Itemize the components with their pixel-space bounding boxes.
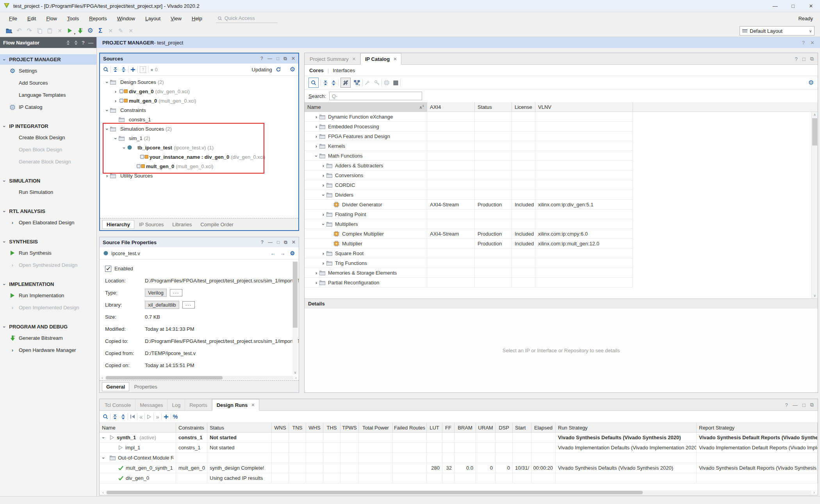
menu-file[interactable]: File (4, 14, 22, 23)
refresh-icon[interactable] (276, 67, 281, 72)
menu-tools[interactable]: Tools (62, 14, 84, 23)
chevron-right-icon[interactable]: › (323, 172, 324, 178)
float-panel-icon[interactable]: ⧉ (284, 240, 287, 245)
ip-catalog-row[interactable]: › Dividers (305, 190, 633, 200)
column-header-lut[interactable]: LUT (427, 423, 442, 432)
chevron-down-icon[interactable]: › (314, 155, 319, 157)
group-by-hierarchy-icon[interactable] (354, 80, 360, 86)
chevron-right-icon[interactable]: › (316, 280, 317, 286)
column-header-vlnv[interactable]: VLNV (535, 102, 633, 112)
close-icon[interactable]: ✕ (810, 40, 815, 46)
sidebar-section-header-program-and-debug[interactable]: ›PROGRAM AND DEBUG (0, 321, 96, 332)
float-panel-icon[interactable]: ⧉ (810, 402, 814, 408)
tree-row[interactable]: › div_gen_0 (div_gen_0.xci) (100, 87, 298, 96)
scroll-down-icon[interactable]: ∨ (292, 371, 298, 374)
chevron-right-icon[interactable]: › (115, 98, 116, 104)
maximize-panel-icon[interactable]: □ (277, 240, 280, 245)
column-header-ff[interactable]: FF (442, 423, 455, 432)
tree-row[interactable]: mult_gen_0 (mult_gen_0.xci) (100, 161, 298, 171)
sidebar-item-run-simulation[interactable]: Run Simulation (0, 186, 96, 198)
design-run-row[interactable]: impl_1constrs_1Not startedVivado Impleme… (100, 443, 818, 453)
column-header-uram[interactable]: URAM (476, 423, 496, 432)
column-header-elapsed[interactable]: Elapsed (531, 423, 556, 432)
tree-row[interactable]: › mult_gen_0 (mult_gen_0.xci) (100, 96, 298, 105)
layout-selector[interactable]: Default Layout ∨ (740, 26, 815, 35)
go-to-start-icon[interactable] (130, 414, 135, 419)
minimize-panel-icon[interactable]: — (793, 402, 798, 408)
collapse-all-icon[interactable] (323, 80, 328, 85)
column-header-report-strategy[interactable]: Report Strategy (697, 423, 818, 432)
sidebar-item-add-sources[interactable]: Add Sources (0, 77, 96, 89)
column-header-name[interactable]: Name∧1 (305, 102, 427, 112)
column-header-status[interactable]: Status (207, 423, 272, 432)
sidebar-section-header-ip-integrator[interactable]: ›IP INTEGRATOR (0, 121, 96, 131)
expand-all-icon[interactable] (331, 80, 336, 85)
open-project-button[interactable] (4, 26, 14, 35)
tab-libraries[interactable]: Libraries (168, 220, 196, 229)
settings-gear-icon[interactable]: ⚙ (808, 80, 814, 86)
help-icon[interactable]: ? (795, 56, 798, 62)
chevron-right-icon[interactable]: › (316, 133, 317, 139)
design-run-row[interactable]: mult_gen_0_synth_1mult_gen_0synth_design… (100, 463, 818, 473)
close-window-icon[interactable]: ✕ (802, 0, 820, 12)
minimize-panel-icon[interactable]: — (88, 40, 93, 46)
add-run-icon[interactable] (164, 414, 169, 419)
column-header-run-strategy[interactable]: Run Strategy (556, 423, 697, 432)
column-header-constraints[interactable]: Constraints (176, 423, 207, 432)
chevron-down-icon[interactable]: › (121, 147, 127, 149)
menu-flow[interactable]: Flow (41, 14, 62, 23)
ip-catalog-row[interactable]: › Dynamic Function eXchange (305, 112, 633, 122)
column-header-ths[interactable]: THS (323, 423, 340, 432)
sidebar-item-generate-bitstream[interactable]: Generate Bitstream (0, 332, 96, 344)
chevron-right-icon[interactable]: › (323, 260, 324, 266)
chevron-right-icon[interactable]: › (106, 173, 108, 179)
vertical-scrollbar[interactable]: ∨ (292, 261, 298, 374)
tab-ip-catalog[interactable]: IP Catalog✕ (360, 53, 402, 65)
chevron-right-icon[interactable]: › (316, 114, 317, 120)
column-header-dsp[interactable]: DSP (496, 423, 513, 432)
collapse-all-icon[interactable] (112, 414, 118, 419)
subtab-cores[interactable]: Cores (309, 67, 324, 73)
tree-row[interactable]: › Utility Sources (100, 171, 298, 180)
scroll-right-icon[interactable]: › (811, 490, 817, 495)
back-arrow-icon[interactable]: ← (270, 250, 275, 256)
column-header-whs[interactable]: WHS (306, 423, 323, 432)
menu-view[interactable]: View (166, 14, 187, 23)
sidebar-item-create-block-design[interactable]: Create Block Design (0, 131, 96, 144)
search-icon[interactable] (103, 414, 108, 419)
minimize-panel-icon[interactable]: — (268, 240, 273, 245)
sidebar-section-header-simulation[interactable]: ›SIMULATION (0, 176, 96, 186)
ip-catalog-row[interactable]: › FPGA Features and Design (305, 131, 633, 141)
sidebar-item-open-hardware-manager[interactable]: ›Open Hardware Manager (0, 344, 96, 356)
help-icon[interactable]: ? (261, 240, 264, 245)
maximize-window-icon[interactable]: □ (784, 0, 802, 12)
column-header-tpws[interactable]: TPWS (340, 423, 359, 432)
maximize-panel-icon[interactable]: □ (276, 56, 279, 61)
settings-gear-button[interactable]: ⚙ (85, 26, 95, 35)
menu-window[interactable]: Window (112, 14, 140, 23)
ip-catalog-row[interactable]: MultiplierProductionIncludedxilinx.com:i… (305, 239, 633, 248)
menu-reports[interactable]: Reports (84, 14, 112, 23)
report-sigma-button[interactable]: Σ (95, 26, 105, 35)
chevron-down-icon[interactable]: › (113, 138, 119, 139)
tab-messages[interactable]: Messages (135, 399, 168, 410)
ip-catalog-row[interactable]: › Embedded Processing (305, 122, 633, 131)
ip-catalog-row[interactable]: › Math Functions (305, 151, 633, 161)
column-header-status[interactable]: Status (475, 102, 512, 112)
chevron-right-icon[interactable]: › (323, 250, 324, 256)
column-header-start[interactable]: Start (513, 423, 531, 432)
sidebar-item-language-templates[interactable]: Language Templates (0, 89, 96, 101)
sidebar-item-run-implementation[interactable]: Run Implementation (0, 289, 96, 302)
column-header-tns[interactable]: TNS (289, 423, 306, 432)
browse-button[interactable]: ··· (182, 301, 195, 309)
column-header-name[interactable]: Name (100, 423, 176, 432)
help-icon[interactable]: ? (802, 40, 805, 46)
ip-catalog-row[interactable]: › Trig Functions (305, 258, 633, 268)
horizontal-scrollbar[interactable]: ‹ › (100, 375, 299, 380)
sidebar-item-open-elaborated-design[interactable]: ›Open Elaborated Design (0, 217, 96, 229)
ip-catalog-row[interactable]: › Memories & Storage Elements (305, 268, 633, 278)
column-header-total-power[interactable]: Total Power (359, 423, 393, 432)
step-forward-icon[interactable]: » (156, 414, 159, 420)
ip-catalog-row[interactable]: › Adders & Subtracters (305, 161, 633, 170)
tree-row[interactable]: › sim_1 (2) (100, 133, 298, 143)
